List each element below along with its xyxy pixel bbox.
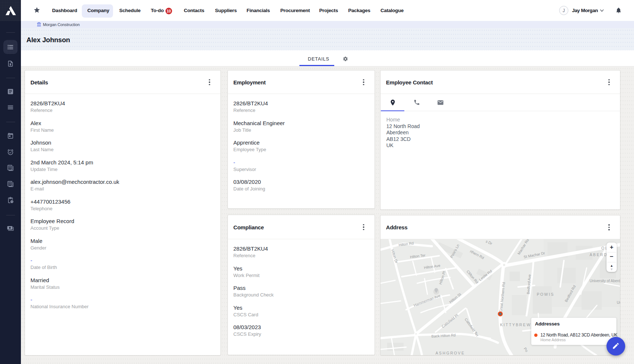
svg-text:University of Aberd: University of Aberd xyxy=(590,279,620,283)
svg-text:KITTYBREW: KITTYBREW xyxy=(500,323,531,327)
svg-text:ABERD: ABERD xyxy=(590,252,608,257)
svg-text:POWIS: POWIS xyxy=(537,292,554,296)
svg-text:ASHGROVE: ASHGROVE xyxy=(436,351,465,355)
svg-text:Ur: Ur xyxy=(617,301,620,305)
